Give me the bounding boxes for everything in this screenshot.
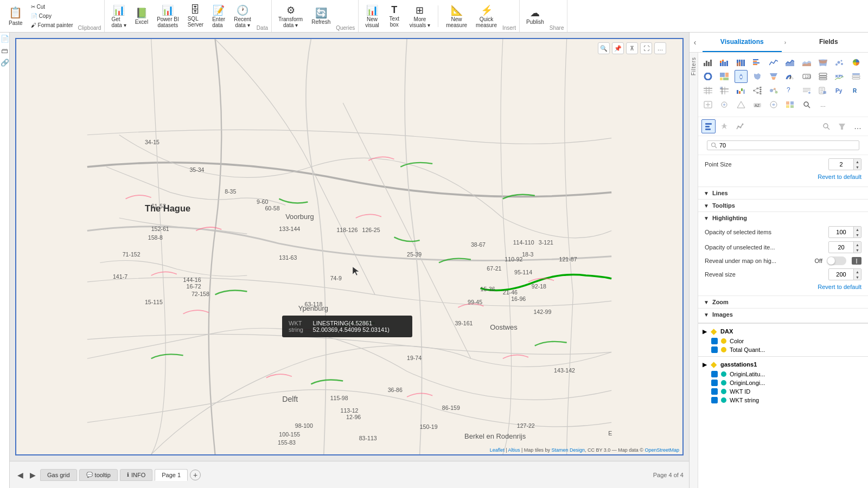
cut-button[interactable]: ✂ Cut	[28, 3, 76, 11]
paste-button[interactable]: 📋 Paste	[5, 2, 26, 30]
panel-collapse-button[interactable]: ‹	[690, 37, 700, 48]
enter-data-button[interactable]: 📝 Enterdata	[209, 2, 228, 30]
viz-python[interactable]: Py	[833, 84, 846, 97]
highlighting-section-header[interactable]: ▼ Highlighting	[698, 211, 868, 224]
map-zoom-icon[interactable]: 🔍	[598, 42, 610, 54]
viz-100-bar[interactable]	[735, 56, 748, 69]
opacity-sel-down[interactable]: ▼	[853, 232, 861, 237]
reveal-size-down[interactable]: ▼	[853, 274, 861, 280]
point-size-field[interactable]	[829, 160, 853, 169]
tooltips-section-header[interactable]: ▼ Tooltips	[698, 199, 868, 211]
viz-pie[interactable]	[850, 56, 863, 69]
sidebar-report-icon[interactable]: 📄	[1, 35, 9, 43]
viz-custom2[interactable]	[718, 98, 731, 111]
viz-waterfall[interactable]	[735, 84, 748, 97]
gasstations-header[interactable]: ▶ ◆ gasstations1	[703, 359, 864, 370]
map-container[interactable]: 🔍 📌 ⊼ ⛶ …	[16, 39, 682, 454]
opacity-unsel-down[interactable]: ▼	[853, 247, 861, 253]
viz-ribbon[interactable]	[816, 56, 829, 69]
copy-button[interactable]: 📄 Copy	[28, 12, 76, 20]
opacity-unselected-field[interactable]	[829, 243, 853, 252]
recent-data-button[interactable]: 🕐 Recentdata ▾	[231, 2, 254, 30]
viz-custom1[interactable]	[701, 98, 714, 111]
gas-originlat-item[interactable]: OriginLatitu...	[703, 370, 864, 378]
refresh-button[interactable]: 🔄 Refresh	[308, 2, 334, 30]
new-visual-button[interactable]: 📊 Newvisual	[362, 2, 382, 30]
dax-color-item[interactable]: Color	[703, 337, 864, 345]
tab-tooltip[interactable]: 💬 tooltip	[79, 469, 118, 481]
viz-r[interactable]: R	[850, 84, 863, 97]
analytics-build-icon[interactable]	[733, 119, 747, 133]
map-pin-icon[interactable]: 📌	[612, 42, 624, 54]
tab-gas-grid[interactable]: Gas grid	[40, 469, 77, 481]
viz-custom5[interactable]	[767, 98, 780, 111]
search-fields-icon[interactable]	[819, 119, 833, 133]
publish-button[interactable]: ☁ Publish	[523, 2, 547, 30]
opacity-selected-field[interactable]	[829, 228, 853, 236]
viz-gauge[interactable]	[783, 70, 796, 83]
point-size-up[interactable]: ▲	[853, 159, 861, 164]
format-painter-button[interactable]: 🖌 Format painter	[28, 21, 76, 29]
viz-line-chart[interactable]	[767, 56, 780, 69]
gas-originlon-checkbox[interactable]	[711, 380, 718, 386]
viz-qa[interactable]: ?	[783, 84, 796, 97]
viz-custom4[interactable]: AZ	[751, 98, 764, 111]
dax-color-checkbox[interactable]	[711, 338, 718, 344]
gas-wktid-checkbox[interactable]	[711, 388, 718, 395]
viz-clustered-bar-horiz[interactable]	[751, 56, 764, 69]
panel-expand-icon[interactable]: ›	[782, 38, 789, 46]
lines-section-header[interactable]: ▼ Lines	[698, 187, 868, 199]
viz-custom8[interactable]: …	[816, 98, 829, 111]
revert-default-link[interactable]: Revert to default	[705, 174, 861, 180]
viz-matrix[interactable]	[718, 84, 731, 97]
revert-default-link2[interactable]: Revert to default	[705, 284, 861, 290]
tab-nav-left[interactable]: ◀	[15, 470, 25, 480]
opacity-unsel-up[interactable]: ▲	[853, 242, 861, 247]
viz-smart-narrative[interactable]	[800, 84, 813, 97]
transform-data-button[interactable]: ⚙ Transformdata ▾	[275, 2, 306, 30]
viz-donut[interactable]	[701, 70, 714, 83]
point-size-down[interactable]: ▼	[853, 164, 861, 170]
tab-page1[interactable]: Page 1	[155, 469, 188, 481]
filter-fields-icon[interactable]	[835, 119, 849, 133]
viz-treemap[interactable]	[718, 70, 731, 83]
tab-visualizations[interactable]: Visualizations	[703, 33, 782, 52]
tab-add-button[interactable]: +	[190, 470, 201, 480]
gas-wktstring-checkbox[interactable]	[711, 397, 718, 403]
viz-map[interactable]	[735, 70, 748, 83]
gas-wktstring-item[interactable]: WKT string	[703, 396, 864, 404]
more-visuals-button[interactable]: ⊞ Morevisuals ▾	[406, 2, 433, 30]
format-build-icon[interactable]	[717, 119, 731, 133]
tab-fields[interactable]: Fields	[789, 33, 869, 52]
new-measure-button[interactable]: 📐 Newmeasure	[443, 2, 470, 30]
gas-wktid-item[interactable]: WKT ID	[703, 387, 864, 396]
viz-stacked-area[interactable]	[800, 56, 813, 69]
excel-button[interactable]: 📗 Excel	[132, 2, 151, 30]
tab-nav-right[interactable]: ▶	[28, 470, 38, 480]
sidebar-data-icon[interactable]: 🗃	[1, 47, 9, 55]
viz-search[interactable]	[800, 98, 813, 111]
opacity-sel-up[interactable]: ▲	[853, 227, 861, 232]
fields-search-box[interactable]	[707, 140, 859, 150]
images-section-header[interactable]: ▼ Images	[698, 308, 868, 320]
viz-custom3[interactable]	[735, 98, 748, 111]
power-bi-datasets-button[interactable]: 📊 Power BIdatasets	[154, 2, 182, 30]
filters-label[interactable]: Filters	[691, 57, 697, 75]
dax-total-item[interactable]: Total Quant...	[703, 345, 864, 354]
viz-slicer[interactable]	[850, 70, 863, 83]
viz-card[interactable]: 123	[800, 70, 813, 83]
sql-server-button[interactable]: 🗄 SQLServer	[184, 2, 207, 30]
gas-originlat-checkbox[interactable]	[711, 371, 718, 377]
reveal-map-toggle[interactable]	[827, 256, 846, 265]
viz-key-influencers[interactable]	[767, 84, 780, 97]
map-more-icon[interactable]: …	[654, 42, 666, 54]
viz-multi-row-card[interactable]	[816, 70, 829, 83]
tab-info[interactable]: ℹ INFO	[120, 469, 152, 481]
viz-decomp-tree[interactable]	[751, 84, 764, 97]
more-fields-icon[interactable]: …	[851, 119, 865, 133]
viz-funnel[interactable]	[767, 70, 780, 83]
reveal-size-field[interactable]	[829, 270, 853, 279]
viz-bar-chart[interactable]	[701, 56, 714, 69]
fields-search-input[interactable]	[719, 142, 817, 149]
viz-stacked-bar[interactable]	[718, 56, 731, 69]
